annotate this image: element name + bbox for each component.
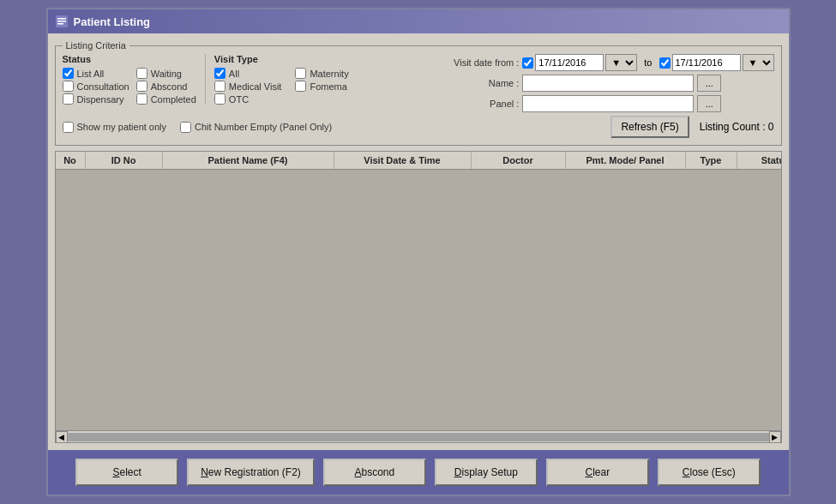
date-row: Visit date from : ▼ to bbox=[442, 54, 773, 71]
status-label: Status bbox=[63, 54, 196, 64]
date-from-checkbox[interactable] bbox=[522, 57, 533, 69]
display-setup-button[interactable]: Display Setup bbox=[435, 459, 538, 486]
dispensary-checkbox[interactable] bbox=[63, 93, 74, 105]
scroll-left-button[interactable]: ◀ bbox=[56, 431, 68, 443]
window-icon bbox=[55, 15, 69, 28]
date-to-wrap: ▼ bbox=[659, 54, 774, 71]
waiting-label: Waiting bbox=[151, 69, 182, 79]
list-all-label: List All bbox=[77, 69, 105, 79]
patient-table: No ID No Patient Name (F4) Visit Date & … bbox=[55, 151, 782, 443]
patient-listing-window: Patient Listing Listing Criteria Status … bbox=[46, 8, 791, 496]
chk-abscond-row: Abscond bbox=[136, 81, 196, 92]
maternity-label: Maternity bbox=[310, 69, 348, 79]
window-title: Patient Listing bbox=[74, 15, 151, 28]
medical-visit-checkbox[interactable] bbox=[214, 81, 226, 92]
listing-count: Listing Count : 0 bbox=[700, 121, 774, 133]
date-to-dropdown[interactable]: ▼ bbox=[743, 54, 774, 71]
footer-bar: Select New Registration (F2) Abscond Dis… bbox=[48, 450, 789, 495]
date-from-input[interactable] bbox=[535, 54, 604, 71]
otc-label: OTC bbox=[229, 94, 249, 105]
date-from-dropdown[interactable]: ▼ bbox=[605, 54, 637, 71]
visit-type-label: Visit Type bbox=[214, 54, 349, 64]
svg-rect-1 bbox=[57, 18, 66, 20]
all-checkbox[interactable] bbox=[214, 68, 226, 79]
date-from-wrap: ▼ bbox=[522, 54, 637, 71]
completed-checkbox[interactable] bbox=[136, 93, 147, 105]
new-registration-button[interactable]: New Registration (F2) bbox=[187, 459, 315, 486]
date-to-input[interactable] bbox=[672, 54, 741, 71]
chk-list-all-row: List All bbox=[63, 68, 129, 79]
chk-medical-visit-row: Medical Visit bbox=[214, 81, 282, 92]
scroll-right-button[interactable]: ▶ bbox=[769, 431, 781, 443]
criteria-row: Status List All Waiting Consultation bbox=[63, 54, 774, 112]
date-name-panel-section: Visit date from : ▼ to bbox=[442, 54, 773, 112]
chk-fomema-row: Fomema bbox=[295, 81, 348, 92]
title-bar: Patient Listing bbox=[48, 9, 789, 33]
show-patient-checkbox[interactable] bbox=[63, 122, 74, 133]
criteria-legend: Listing Criteria bbox=[63, 40, 129, 51]
clear-button[interactable]: Clear bbox=[546, 459, 649, 486]
col-type: Type bbox=[686, 152, 737, 169]
waiting-checkbox[interactable] bbox=[136, 68, 147, 79]
col-pmt-mode-panel: Pmt. Mode/ Panel bbox=[566, 152, 686, 169]
visit-type-section: Visit Type All Maternity Medical Visi bbox=[205, 54, 349, 105]
completed-label: Completed bbox=[151, 94, 196, 105]
listing-criteria-panel: Listing Criteria Status List All Waiting bbox=[55, 40, 782, 146]
close-button[interactable]: Close (Esc) bbox=[658, 459, 761, 486]
refresh-section: Refresh (F5) Listing Count : 0 bbox=[610, 116, 773, 138]
col-visit-date-time: Visit Date & Time bbox=[334, 152, 472, 169]
panel-row: Panel : ... bbox=[442, 95, 773, 112]
consultation-checkbox[interactable] bbox=[63, 81, 74, 92]
fomema-label: Fomema bbox=[310, 81, 346, 92]
fomema-checkbox[interactable] bbox=[295, 81, 306, 92]
table-body bbox=[56, 170, 781, 430]
date-to-checkbox[interactable] bbox=[659, 57, 671, 69]
panel-browse-button[interactable]: ... bbox=[697, 95, 721, 112]
svg-rect-2 bbox=[57, 21, 66, 22]
chk-consultation-row: Consultation bbox=[63, 81, 129, 92]
chk-maternity-row: Maternity bbox=[295, 68, 348, 79]
status-section: Status List All Waiting Consultation bbox=[63, 54, 196, 105]
name-browse-button[interactable]: ... bbox=[697, 75, 721, 92]
col-no: No bbox=[56, 152, 86, 169]
select-button[interactable]: Select bbox=[75, 459, 178, 486]
visit-date-from-label: Visit date from : bbox=[442, 57, 519, 68]
content-area: Listing Criteria Status List All Waiting bbox=[48, 33, 789, 450]
listing-count-value: 0 bbox=[768, 121, 774, 133]
chk-completed-row: Completed bbox=[136, 93, 196, 105]
abscond-checkbox[interactable] bbox=[136, 81, 147, 92]
name-row: Name : ... bbox=[442, 75, 773, 92]
show-patient-label: Show my patient only bbox=[77, 122, 167, 132]
listing-count-label: Listing Count : bbox=[700, 121, 766, 133]
table-header: No ID No Patient Name (F4) Visit Date & … bbox=[56, 152, 781, 170]
all-label: All bbox=[229, 69, 239, 79]
abscond-label: Abscond bbox=[151, 81, 188, 92]
list-all-checkbox[interactable] bbox=[63, 68, 74, 79]
to-label: to bbox=[644, 57, 652, 68]
chk-waiting-row: Waiting bbox=[136, 68, 196, 79]
abscond-button[interactable]: Abscond bbox=[323, 459, 426, 486]
chit-number-checkbox[interactable] bbox=[180, 122, 191, 133]
col-doctor: Doctor bbox=[472, 152, 566, 169]
show-patient-row: Show my patient only bbox=[63, 122, 167, 133]
chk-dispensary-row: Dispensary bbox=[63, 93, 129, 105]
scrollbar-track[interactable] bbox=[68, 433, 769, 441]
horizontal-scrollbar: ◀ ▶ bbox=[56, 430, 781, 442]
medical-visit-label: Medical Visit bbox=[229, 81, 282, 92]
panel-input[interactable] bbox=[522, 95, 694, 112]
consultation-label: Consultation bbox=[77, 81, 129, 92]
chk-all-row: All bbox=[214, 68, 282, 79]
panel-label: Panel : bbox=[442, 99, 519, 109]
name-input[interactable] bbox=[522, 75, 694, 92]
chit-number-row: Chit Number Empty (Panel Only) bbox=[180, 122, 332, 133]
col-status: Status bbox=[737, 152, 782, 169]
svg-rect-3 bbox=[57, 23, 63, 25]
otc-checkbox[interactable] bbox=[214, 93, 226, 105]
col-id-no: ID No bbox=[86, 152, 163, 169]
chit-number-label: Chit Number Empty (Panel Only) bbox=[195, 122, 332, 132]
name-label: Name : bbox=[442, 78, 519, 88]
col-patient-name: Patient Name (F4) bbox=[163, 152, 334, 169]
refresh-button[interactable]: Refresh (F5) bbox=[610, 116, 689, 138]
dispensary-label: Dispensary bbox=[77, 94, 124, 105]
maternity-checkbox[interactable] bbox=[295, 68, 306, 79]
